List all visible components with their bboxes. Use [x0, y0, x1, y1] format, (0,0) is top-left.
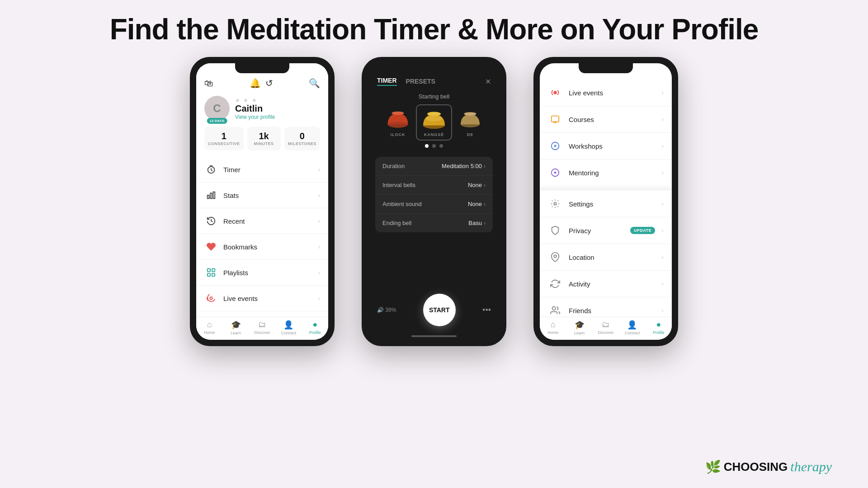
- close-icon[interactable]: ✕: [485, 77, 491, 86]
- nav3-home[interactable]: ⌂ Home: [540, 320, 566, 335]
- bowl-de[interactable]: DE: [452, 104, 488, 141]
- nav3-profile-label: Profile: [653, 330, 665, 335]
- start-button[interactable]: START: [423, 294, 456, 326]
- dot-3[interactable]: [439, 144, 443, 148]
- live-events-label: Live events: [569, 89, 655, 97]
- settings-friends[interactable]: Friends ›: [540, 297, 672, 317]
- nav-learn-label: Learn: [231, 331, 241, 335]
- separator: [540, 187, 672, 191]
- history-icon[interactable]: ↺: [265, 78, 273, 89]
- settings-activity[interactable]: Activity ›: [540, 271, 672, 297]
- privacy-label: Privacy: [569, 227, 624, 235]
- live-events-chevron: ›: [661, 89, 664, 96]
- phone-profile: 🛍 🔔 ↺ 🔍 C 12 DAYS ★ ★ ★ Caitlin View you…: [190, 57, 335, 346]
- menu-item-playlists[interactable]: Playlists ›: [196, 260, 328, 286]
- nav3-profile[interactable]: ● Profile: [646, 320, 672, 335]
- home-icon: ⌂: [207, 320, 212, 329]
- friends-chevron: ›: [661, 307, 664, 314]
- logo-therapy: therapy: [790, 459, 832, 474]
- nav-home[interactable]: ⌂ Home: [196, 320, 222, 335]
- nav3-profile-icon: ●: [656, 320, 661, 329]
- bowl-kangse[interactable]: KANGSÉ: [416, 104, 452, 141]
- svg-point-23: [552, 307, 556, 310]
- nav3-learn[interactable]: 🎓 Learn: [566, 320, 592, 335]
- mentoring-chevron: ›: [661, 169, 664, 176]
- interval-value: None ›: [468, 182, 486, 188]
- notification-icon[interactable]: 🔔: [250, 78, 261, 89]
- profile-name-wrap: ★ ★ ★ Caitlin View your profile: [235, 97, 275, 120]
- ambient-value: None ›: [468, 201, 486, 207]
- nav3-home-label: Home: [547, 330, 558, 335]
- settings-mentoring[interactable]: Mentoring ›: [540, 160, 672, 186]
- bag-icon[interactable]: 🛍: [204, 78, 213, 89]
- logo-choosing: CHOOSING: [724, 460, 788, 474]
- stat-minutes-label: MINUTES: [251, 141, 277, 146]
- interval-label: Interval bells: [382, 182, 415, 188]
- more-options-icon[interactable]: •••: [482, 305, 491, 315]
- friends-label: Friends: [569, 307, 655, 314]
- svg-point-16: [464, 112, 476, 116]
- dot-2[interactable]: [432, 144, 436, 148]
- recent-icon: [204, 214, 218, 228]
- nav3-discover-icon: 🗂: [602, 320, 610, 329]
- menu-item-timer[interactable]: Timer ›: [196, 157, 328, 183]
- duration-label: Duration: [382, 163, 405, 169]
- nav-discover[interactable]: 🗂 Discover: [249, 320, 275, 335]
- settings-live-events[interactable]: Live events ›: [540, 80, 672, 106]
- timer-row-ending[interactable]: Ending bell Basu ›: [375, 214, 493, 232]
- tab-timer[interactable]: TIMER: [377, 77, 397, 86]
- mentoring-icon: [548, 165, 562, 180]
- home-indicator: [411, 335, 457, 337]
- settings-workshops[interactable]: Workshops ›: [540, 133, 672, 160]
- nav-profile[interactable]: ● Profile: [302, 320, 328, 335]
- settings-location[interactable]: Location ›: [540, 244, 672, 271]
- menu-item-bookmarks[interactable]: Bookmarks ›: [196, 234, 328, 260]
- svg-point-22: [554, 255, 557, 258]
- bowl-de-img: [457, 108, 484, 131]
- timer-icon: [204, 163, 218, 176]
- stat-milestones-label: MILESTONES: [288, 141, 316, 146]
- friends-icon: [548, 303, 562, 317]
- svg-point-13: [427, 112, 441, 116]
- menu-list: Timer › Stats › Recent ›: [196, 157, 328, 317]
- settings-settings-label: Settings: [569, 200, 655, 208]
- days-badge: 12 DAYS: [207, 118, 227, 124]
- nav3-learn-label: Learn: [574, 331, 585, 335]
- svg-rect-2: [210, 193, 212, 198]
- nav-connect[interactable]: 👤 Connect: [275, 320, 302, 335]
- search-icon[interactable]: 🔍: [309, 78, 320, 89]
- menu-item-stats[interactable]: Stats ›: [196, 183, 328, 208]
- stats-row: 1 CONSECUTIVE 1k MINUTES 0 MILESTONES: [196, 127, 328, 157]
- courses-chevron: ›: [661, 116, 664, 123]
- tab-presets[interactable]: PRESETS: [406, 78, 435, 85]
- menu-stats-label: Stats: [223, 192, 312, 199]
- menu-live-label: Live events: [223, 295, 312, 302]
- settings-settings[interactable]: Settings ›: [540, 191, 672, 217]
- svg-rect-4: [208, 269, 210, 272]
- bell-bowls: ILOCK KANGSÉ: [368, 104, 500, 141]
- dot-1[interactable]: [425, 144, 429, 148]
- svg-point-11: [388, 122, 408, 127]
- stat-minutes-num: 1k: [251, 131, 277, 141]
- bottom-nav-phone3: ⌂ Home 🎓 Learn 🗂 Discover 👤 Connect ●: [540, 317, 672, 340]
- workshops-label: Workshops: [569, 142, 655, 150]
- courses-icon: [548, 112, 562, 127]
- interval-chevron: ›: [484, 182, 486, 188]
- menu-item-recent[interactable]: Recent ›: [196, 208, 328, 234]
- workshops-icon: [548, 139, 562, 153]
- timer-row-duration[interactable]: Duration Meditation 5:00 ›: [375, 157, 493, 176]
- nav-learn[interactable]: 🎓 Learn: [222, 320, 249, 335]
- logo-area: 🌿 CHOOSING therapy: [705, 459, 832, 474]
- timer-row-ambient[interactable]: Ambient sound None ›: [375, 195, 493, 214]
- timer-row-interval[interactable]: Interval bells None ›: [375, 176, 493, 195]
- connect-icon: 👤: [283, 320, 293, 330]
- settings-courses[interactable]: Courses ›: [540, 106, 672, 133]
- bowl-ilock[interactable]: ILOCK: [380, 104, 416, 141]
- menu-item-live-events[interactable]: Live events ›: [196, 286, 328, 311]
- view-profile-link[interactable]: View your profile: [235, 114, 275, 120]
- nav3-connect[interactable]: 👤 Connect: [619, 320, 645, 335]
- bowl-pagination: [368, 144, 500, 148]
- nav3-discover[interactable]: 🗂 Discover: [593, 320, 619, 335]
- activity-chevron: ›: [661, 280, 664, 287]
- settings-privacy[interactable]: Privacy UPDATE ›: [540, 217, 672, 244]
